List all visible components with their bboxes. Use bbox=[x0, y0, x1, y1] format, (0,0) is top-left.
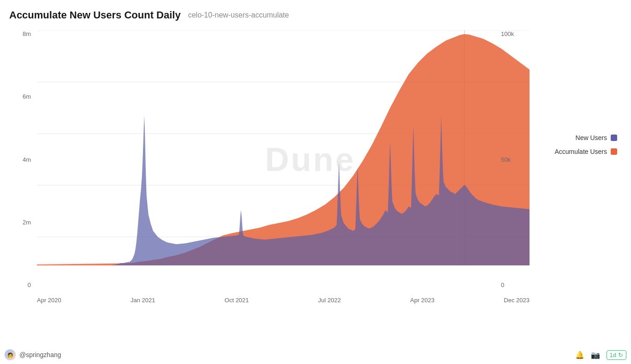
y-axis-left: 8m 6m 4m 2m 0 bbox=[9, 30, 35, 288]
footer-right: 🔔 📷 1d ↻ bbox=[575, 350, 626, 360]
y-label-0: 0 bbox=[28, 282, 31, 288]
x-label-jan2021: Jan 2021 bbox=[131, 297, 155, 304]
chart-subtitle: celo-10-new-users-accumulate bbox=[188, 11, 289, 19]
legend-label-new-users: New Users bbox=[576, 134, 607, 141]
y-label-6m: 6m bbox=[23, 93, 31, 100]
x-label-dec2023: Dec 2023 bbox=[504, 297, 530, 304]
bell-icon[interactable]: 🔔 bbox=[575, 351, 584, 359]
footer-left: 🧑 @springzhang bbox=[5, 349, 61, 360]
chart-body: 8m 6m 4m 2m 0 bbox=[9, 30, 622, 316]
x-label-apr2020: Apr 2020 bbox=[37, 297, 61, 304]
x-axis: Apr 2020 Jan 2021 Oct 2021 Jul 2022 Apr … bbox=[37, 293, 530, 316]
camera-icon[interactable]: 📷 bbox=[591, 351, 600, 359]
legend-item-new-users: New Users bbox=[554, 134, 617, 141]
x-label-apr2023: Apr 2023 bbox=[410, 297, 435, 304]
y-axis-right: 100k 50k 0 bbox=[497, 30, 530, 288]
x-label-jul2022: Jul 2022 bbox=[318, 297, 341, 304]
y-label-8m: 8m bbox=[23, 30, 31, 37]
y-label-100k: 100k bbox=[501, 30, 514, 37]
y-label-50k: 50k bbox=[501, 156, 511, 163]
chart-container: Accumulate New Users Count Daily celo-10… bbox=[0, 0, 631, 364]
chart-header: Accumulate New Users Count Daily celo-10… bbox=[9, 9, 622, 21]
y-label-2m: 2m bbox=[23, 219, 31, 226]
chart-svg bbox=[37, 30, 530, 288]
refresh-icon: ↻ bbox=[618, 352, 623, 358]
chart-svg-area: Dune bbox=[37, 30, 530, 288]
legend-dot-new-users bbox=[611, 135, 617, 141]
footer: 🧑 @springzhang 🔔 📷 1d ↻ bbox=[5, 349, 626, 360]
legend-label-accumulate-users: Accumulate Users bbox=[554, 148, 607, 155]
time-badge[interactable]: 1d ↻ bbox=[607, 350, 626, 360]
time-badge-label: 1d bbox=[610, 352, 616, 358]
legend-item-accumulate-users: Accumulate Users bbox=[554, 148, 617, 155]
x-label-oct2021: Oct 2021 bbox=[225, 297, 249, 304]
avatar: 🧑 bbox=[5, 349, 16, 360]
legend-dot-accumulate-users bbox=[611, 148, 617, 155]
username: @springzhang bbox=[19, 351, 61, 358]
y-label-4m: 4m bbox=[23, 156, 31, 163]
y-label-0r: 0 bbox=[501, 282, 504, 288]
chart-title: Accumulate New Users Count Daily bbox=[9, 9, 181, 21]
legend: New Users Accumulate Users bbox=[554, 134, 617, 155]
